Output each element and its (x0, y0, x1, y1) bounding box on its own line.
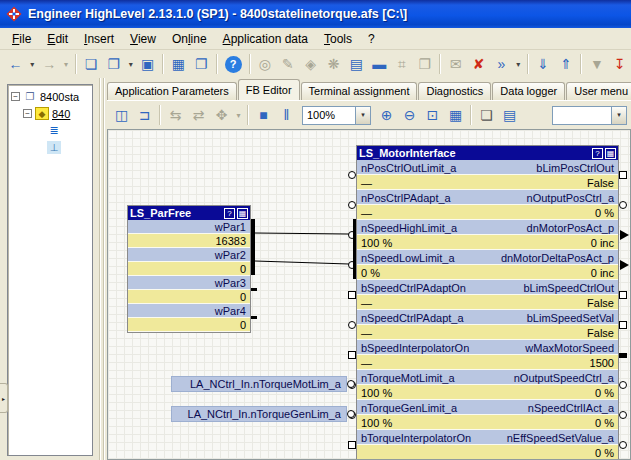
menu-insert[interactable]: Insert (76, 30, 122, 48)
project-tree[interactable]: − ❐ 8400sta − ◆ 840 ≣ ⊥ (7, 84, 93, 456)
insert-device-icon[interactable]: ▤ (345, 53, 368, 75)
port-value[interactable]: 0 (128, 319, 250, 331)
output-pin[interactable] (619, 171, 627, 179)
input-port-value[interactable]: — (357, 327, 488, 339)
output-port-value[interactable]: 0 % (488, 417, 619, 429)
insert-fb-icon[interactable]: ◫ (110, 104, 133, 126)
open-project-icon[interactable]: ❐ (102, 53, 125, 75)
input-port-value[interactable]: — (357, 177, 488, 189)
output-port-value[interactable]: 0 % (488, 207, 619, 219)
fb-row[interactable]: nTorqueMotLimit_anOutputSpeedCtrl_a 100 … (357, 370, 618, 400)
output-port-value[interactable]: 0 % (488, 447, 619, 459)
zoom-level-combo[interactable]: 100% ▾ (302, 106, 371, 125)
help-icon[interactable]: ? (225, 56, 242, 73)
pan-caret-icon[interactable]: ▾ (233, 104, 244, 126)
collapse-expander-icon[interactable]: − (11, 92, 20, 101)
input-port-value[interactable]: — (357, 357, 488, 369)
signal-source-label[interactable]: LA_NCtrl_In.nTorqueGenLim_a (171, 406, 347, 422)
block-help-icon[interactable]: ? (224, 208, 235, 219)
input-pin[interactable] (348, 321, 356, 329)
fb-row[interactable]: wPar4 0 (128, 304, 250, 332)
fb-row[interactable]: nPosCtrlPAdapt_anOutputPosCtrl_a —0 % (357, 190, 618, 220)
menu-application-data[interactable]: Application data (215, 30, 316, 48)
sheet-combo[interactable]: ▾ (552, 106, 627, 125)
overview-icon[interactable]: ▦ (444, 104, 467, 126)
accept-values-icon[interactable]: ▼ (585, 53, 608, 75)
collapse-expander-icon[interactable]: − (23, 109, 32, 118)
swap-vertical-icon[interactable]: ⇄ (187, 104, 210, 126)
find-device-icon[interactable]: ◎ (254, 53, 277, 75)
panel-collapse-handle[interactable]: ▸ (0, 383, 8, 413)
fb-row[interactable]: nSpeedLowLimit_adnMotorDeltaPosAct_p 0 %… (357, 250, 618, 280)
swap-horizontal-icon[interactable]: ⇆ (164, 104, 187, 126)
output-pin[interactable] (619, 201, 627, 209)
menu-view[interactable]: View (122, 30, 164, 48)
workspace-view-icon[interactable]: ▦ (167, 53, 190, 75)
input-pin[interactable] (348, 171, 356, 179)
fb-row[interactable]: bSpeedCtrlPAdaptOnbLimSpeedCtrlOut —Fals… (357, 280, 618, 310)
cascade-windows-icon[interactable]: ❐ (190, 53, 213, 75)
input-port-value[interactable]: 100 % (357, 237, 488, 249)
download-icon[interactable]: ⇓ (532, 53, 555, 75)
menu-file[interactable]: File (4, 30, 39, 48)
tab-data-logger[interactable]: Data logger (492, 82, 565, 100)
input-port-value[interactable]: 100 % (357, 417, 488, 429)
go-offline-icon[interactable]: ✘ (467, 53, 490, 75)
output-port-value[interactable]: 1500 (488, 357, 619, 369)
fb-row[interactable]: bSpeedInterpolatorOnwMaxMotorSpeed —1500 (357, 340, 618, 370)
fb-row[interactable]: nPosCtrlOutLimit_abLimPosCtrlOut —False (357, 160, 618, 190)
input-pin[interactable] (348, 261, 356, 269)
insert-module-icon[interactable]: ▬ (368, 53, 391, 75)
tab-terminal-assignment[interactable]: Terminal assignment (301, 82, 418, 100)
fb-row[interactable]: bTorqueInterpolatorOnnEffSpeedSetValue_a… (357, 430, 618, 460)
go-online-icon[interactable]: » (490, 53, 513, 75)
output-pin[interactable] (620, 230, 629, 240)
menu-edit[interactable]: Edit (39, 30, 76, 48)
output-port-value[interactable]: False (488, 297, 619, 309)
tab-diagnostics[interactable]: Diagnostics (418, 82, 491, 100)
edit-icon[interactable]: ✎ (276, 53, 299, 75)
signal-source-label[interactable]: LA_NCtrl_In.nTorqueMotLim_a (171, 376, 347, 392)
fb-row[interactable]: nSpeedCtrlPAdapt_abLimSpeedSetVal —False (357, 310, 618, 340)
save-icon[interactable]: ▣ (136, 53, 159, 75)
fb-editor-canvas[interactable]: LS_ParFree ? ▦ wPar1 16383 wPar2 0 (107, 129, 631, 460)
import-icon[interactable]: ✉ (444, 53, 467, 75)
fb-row[interactable]: nSpeedHighLimit_adnMotorPosAct_p 100 %0 … (357, 220, 618, 250)
dropdown-icon[interactable]: ▾ (611, 107, 626, 124)
tab-user-menu[interactable]: User menu (566, 82, 631, 100)
new-project-icon[interactable]: ❏ (80, 53, 103, 75)
stop-icon[interactable]: ■ (252, 104, 275, 126)
input-pin[interactable] (348, 441, 356, 449)
dropdown-icon[interactable]: ▾ (355, 107, 370, 124)
port-value[interactable]: 0 (128, 291, 250, 303)
upload-icon[interactable]: ⇑ (555, 53, 578, 75)
menu-tools[interactable]: Tools (316, 30, 360, 48)
zoom-out-icon[interactable]: ⊖ (398, 104, 421, 126)
fb-row[interactable]: wPar2 0 (128, 248, 250, 276)
output-pin[interactable] (619, 441, 627, 449)
output-pin[interactable] (619, 381, 627, 389)
fb-block-ls-parfree[interactable]: LS_ParFree ? ▦ wPar1 16383 wPar2 0 (127, 205, 251, 333)
input-pin[interactable] (348, 231, 356, 239)
bookmark-icon[interactable]: ◈ (299, 53, 322, 75)
tab-application-parameters[interactable]: Application Parameters (107, 82, 237, 100)
back-icon[interactable]: ← (4, 53, 27, 75)
output-pin[interactable] (620, 260, 629, 270)
output-pin[interactable] (619, 291, 627, 299)
back-caret-icon[interactable]: ▾ (27, 53, 38, 75)
block-parameters-icon[interactable]: ▦ (605, 148, 616, 159)
fb-row[interactable]: wPar3 0 (128, 276, 250, 304)
monitor-window-icon[interactable]: ❐ (413, 53, 436, 75)
menu-online[interactable]: Online (164, 30, 215, 48)
tree-item-application[interactable]: ≣ (11, 122, 92, 139)
pause-icon[interactable]: ‖ (275, 104, 298, 126)
title-bar[interactable]: Engineer HighLevel 2.13.1.0 (SP1) - 8400… (0, 0, 631, 28)
online-caret-icon[interactable]: ▾ (513, 53, 524, 75)
output-port-value[interactable]: 0 inc (488, 237, 619, 249)
forward-caret-icon[interactable]: ▾ (61, 53, 72, 75)
output-port-value[interactable]: False (488, 177, 619, 189)
panel-splitter[interactable] (95, 78, 107, 460)
port-value[interactable]: 16383 (128, 235, 250, 247)
output-port-value[interactable]: False (488, 327, 619, 339)
port-value[interactable]: 0 (128, 263, 250, 275)
